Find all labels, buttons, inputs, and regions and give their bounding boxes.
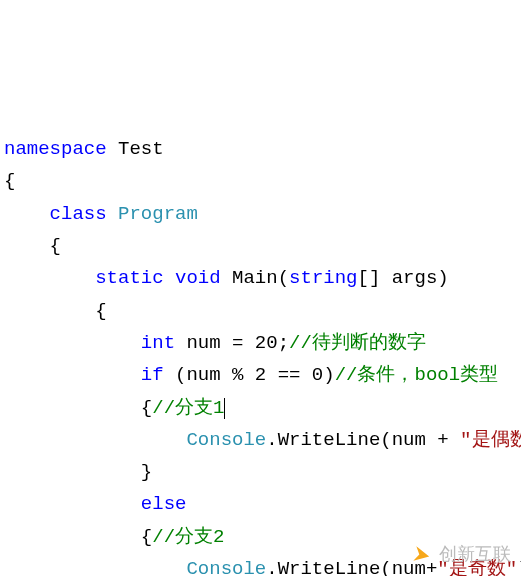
identifier-main: Main( <box>221 267 289 289</box>
comment: //待判断的数字 <box>289 332 426 354</box>
type-console: Console <box>186 429 266 451</box>
type-console: Console <box>186 558 266 576</box>
string-literal: "是偶数" <box>460 429 521 451</box>
watermark-icon <box>409 542 435 568</box>
type-program: Program <box>107 203 198 225</box>
brace: { <box>4 300 107 322</box>
keyword-class: class <box>4 203 107 225</box>
code-block: namespace Test { class Program { static … <box>4 133 517 576</box>
comment: //条件，bool类型 <box>335 364 498 386</box>
comment: //分支1 <box>152 397 224 419</box>
keyword-int: int <box>4 332 175 354</box>
keyword-static: static <box>4 267 164 289</box>
indent <box>4 558 186 576</box>
brace: } <box>4 461 152 483</box>
line-end: ); <box>517 558 521 576</box>
params: [] args) <box>358 267 449 289</box>
keyword-else: else <box>4 493 186 515</box>
watermark: 创新互联 <box>411 539 511 570</box>
condition: (num % 2 == 0) <box>164 364 335 386</box>
comment: //分支2 <box>152 526 224 548</box>
keyword-void: void <box>164 267 221 289</box>
indent <box>4 429 186 451</box>
keyword-string: string <box>289 267 357 289</box>
brace: { <box>4 170 15 192</box>
keyword-namespace: namespace <box>4 138 107 160</box>
brace: { <box>4 526 152 548</box>
brace: { <box>4 397 152 419</box>
text-cursor <box>224 398 225 419</box>
keyword-if: if <box>4 364 164 386</box>
watermark-text: 创新互联 <box>439 539 511 570</box>
brace: { <box>4 235 61 257</box>
identifier-test: Test <box>107 138 164 160</box>
method-call: .WriteLine(num + <box>266 429 460 451</box>
declaration: num = 20; <box>175 332 289 354</box>
